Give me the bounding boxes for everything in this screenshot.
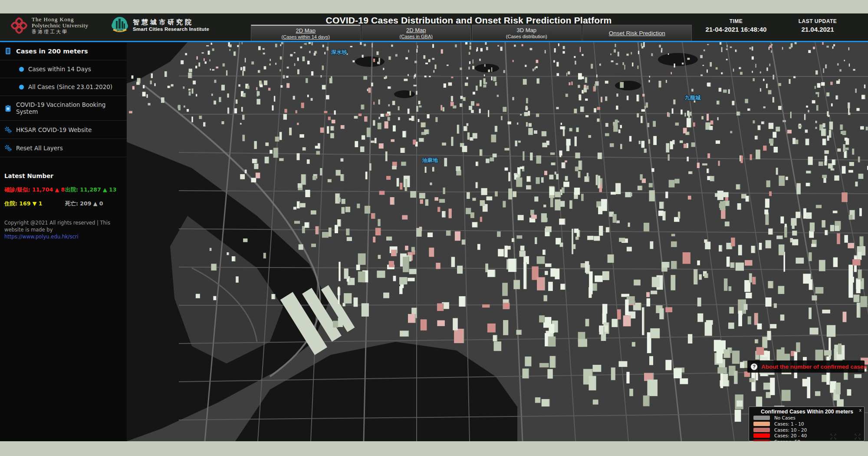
gears-icon [4,144,12,152]
stat-hospitalized: 住院: 169 ▼ 1 [4,200,65,208]
legend-row: Cases > 50 [753,439,861,442]
tab-2d-map-14days[interactable]: 2D Map (Cases within 14 days) [251,25,361,41]
sidebar-item-reset-layers[interactable]: Reset All Layers [0,139,127,157]
sidebar-item-label: HKSAR COVID-19 Website [16,126,92,133]
sidebar-item-label: Reset All Layers [16,145,63,152]
polyu-logo-icon [10,16,28,35]
last-update-value: 21.04.2021 [779,26,856,33]
about-label: About the number of confirmed cases [761,363,867,370]
time-label: TIME [700,18,773,24]
tab-bar: 2D Map (Cases within 14 days) 2D Map (Ca… [251,25,692,41]
tab-3d-map-distribution[interactable]: 3D Map (Cases distribution) [472,25,582,41]
legend-swatch-20-40 [753,433,770,438]
bullet-icon [19,67,24,72]
expand-arrows-icon[interactable]: ⇖⇗⇙⇘ [854,433,861,440]
tab-label: Onset Risk Prediction [609,30,665,36]
tab-onset-risk-prediction[interactable]: Onset Risk Prediction [582,25,692,41]
stat-deaths: 死亡: 209 ▲ 0 [65,200,122,208]
tab-label: 3D Map [516,27,536,33]
stats-grid: 確診/疑似: 11,704 ▲ 8 出院: 11,287 ▲ 13 住院: 16… [4,186,122,208]
scri-name: 智慧城市研究院 Smart Cities Research Institute [133,19,209,33]
polyu-name: The Hong Kong Polytechnic University 香港理… [32,17,89,35]
last-update-label: LAST UPDATE [779,18,856,24]
sidebar-item-vaccination-booking[interactable]: COVID-19 Vaccination Booking System [0,96,127,121]
app-window: The Hong Kong Polytechnic University 香港理… [0,13,868,441]
sidebar-section-label: Cases in 200 meters [16,48,88,55]
time-value: 21-04-2021 16:48:40 [700,26,773,33]
legend-row: Cases: 20 - 40 [753,433,861,438]
scri-logo-icon: SCRI [111,16,129,36]
bullet-icon [19,85,24,89]
sidebar-item-cases-14days[interactable]: Cases within 14 Days [0,60,127,78]
legend-label: Cases: 10 - 20 [774,427,807,433]
svg-text:SCRI: SCRI [117,29,123,32]
sidebar-section-cases-200m[interactable]: Cases in 200 meters [0,42,127,60]
map-place-label: 深水埗 [331,49,347,55]
copyright-text: Copyright @2021 All rights reserved | Th… [4,219,117,240]
expand-arrows-icon[interactable]: ⇖⇗⇙⇘ [830,433,837,440]
tab-sublabel: (Cases within 14 days) [282,34,330,40]
question-icon: ? [751,363,757,370]
map-place-label: 油麻地 [422,157,438,163]
polyu-logo-block[interactable]: The Hong Kong Polytechnic University 香港理… [10,16,89,35]
scri-name-cn: 智慧城市研究院 [133,19,209,26]
polyu-name-line2: Polytechnic University [32,23,89,29]
polyu-name-line1: The Hong Kong [32,17,89,23]
legend-label: Cases > 50 [774,439,800,441]
tab-2d-map-gba[interactable]: 2D Map (Cases in GBA) [362,25,471,41]
last-update-display: LAST UPDATE 21.04.2021 [779,18,856,33]
copyright-link[interactable]: https://www.polyu.edu.hk/scri [4,233,117,240]
tab-label: 2D Map [296,27,316,34]
legend-row: No Cases [753,415,861,420]
legend-label: Cases: 1 - 10 [774,421,804,426]
latest-number-title: Latest Number [4,172,122,179]
time-display: TIME 21-04-2021 16:48:40 [700,18,773,33]
latest-number-panel: Latest Number 確診/疑似: 11,704 ▲ 8 出院: 11,2… [4,172,122,208]
map-3d-view[interactable]: 深水埗九龍城油麻地 [127,42,868,441]
header-bar: The Hong Kong Polytechnic University 香港理… [0,13,868,41]
sidebar-item-hksar-website[interactable]: HKSAR COVID-19 Website [0,121,127,139]
desktop-background: The Hong Kong Polytechnic University 香港理… [0,0,868,456]
polyu-name-cn: 香港理工大學 [32,29,89,35]
tab-label: 2D Map [406,27,426,33]
legend-title: Confirmed Cases Within 200 meters [753,409,861,415]
legend-swatch-50plus [753,439,770,441]
scri-name-en: Smart Cities Research Institute [133,26,209,33]
sidebar-item-label: COVID-19 Vaccination Booking System [16,101,122,115]
sidebar: Cases in 200 meters Cases within 14 Days… [0,42,127,441]
legend-swatch-10-20 [753,428,770,432]
clipboard-icon [4,105,12,112]
legend-label: No Cases [774,415,796,420]
legend-row: Cases: 10 - 20 [753,427,861,432]
stat-confirmed: 確診/疑似: 11,704 ▲ 8 [4,186,65,194]
map-place-label: 九龍城 [684,95,701,101]
sidebar-item-label: All Cases (Since 23.01.2020) [28,83,112,90]
about-confirmed-cases-button[interactable]: ? About the number of confirmed cases [747,360,865,373]
legend-close-icon[interactable]: x [859,407,862,413]
tab-sublabel: (Cases in GBA) [400,34,433,39]
building-icon [4,47,12,55]
legend-swatch-no-cases [753,416,770,420]
scri-logo-block[interactable]: SCRI 智慧城市研究院 Smart Cities Research Insti… [111,16,209,36]
legend-row: Cases: 1 - 10 [753,421,861,426]
legend-panel: Confirmed Cases Within 200 meters x No C… [749,406,865,441]
gears-icon [4,126,12,133]
legend-swatch-1-10 [753,422,770,426]
page-title: COVID-19 Cases Distribution and Onset Ri… [278,15,660,26]
map-viewport: 深水埗九龍城油麻地 ? About the number of confirme… [127,42,868,441]
tab-sublabel: (Cases distribution) [506,34,547,39]
sidebar-item-label: Cases within 14 Days [28,66,91,73]
stat-discharged: 出院: 11,287 ▲ 13 [65,186,122,194]
sidebar-item-all-cases[interactable]: All Cases (Since 23.01.2020) [0,78,127,96]
copyright-line1: Copyright @2021 All rights reserved | Th… [4,219,117,226]
copyright-line2: website is made by [4,226,117,233]
legend-label: Cases: 20 - 40 [774,433,807,438]
